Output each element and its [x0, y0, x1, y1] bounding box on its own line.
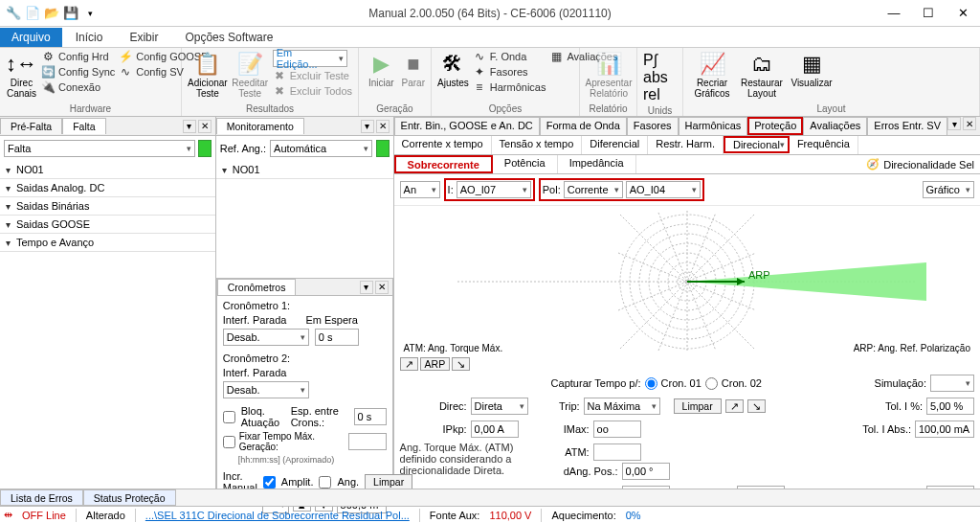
bloq-atuacao-checkbox[interactable] [223, 411, 235, 423]
st2-potencia[interactable]: Potência [493, 155, 558, 173]
maximize-button[interactable]: ☐ [911, 0, 946, 27]
tab-cronometros[interactable]: Cronômetros [217, 279, 297, 295]
restaurar-layout-button[interactable]: 🗂Restaurar Layout [739, 50, 785, 101]
tab-falta[interactable]: Falta [62, 118, 105, 134]
pol-mode-combo[interactable]: Corrente [564, 181, 623, 198]
cron1-time-input[interactable] [315, 329, 359, 346]
file-menu[interactable]: Arquivo [0, 28, 62, 47]
reeditar-teste-button[interactable]: 📝 Reeditar Teste [232, 50, 269, 101]
st-corrente-tempo[interactable]: Corrente x tempo [394, 136, 492, 154]
dangpos-input[interactable] [622, 463, 670, 480]
st-frequencia[interactable]: Frequência [790, 136, 858, 154]
iniciar-button[interactable]: ▶Iniciar [365, 50, 398, 91]
pane-close-icon[interactable]: ✕ [963, 117, 976, 130]
save-icon[interactable]: 💾 [63, 6, 78, 21]
fixar-tempo-checkbox[interactable] [223, 436, 235, 448]
row-saidas-binarias[interactable]: ▾Saidas Binárias [0, 197, 215, 216]
direc-canais-button[interactable]: ↕↔ Direc Canais [6, 50, 37, 101]
rtab-harmonicas[interactable]: Harmônicas [679, 117, 748, 135]
imax-input[interactable] [593, 421, 641, 438]
extra-btn-2[interactable]: ↘ [747, 399, 766, 413]
tol-i-input[interactable] [926, 398, 974, 415]
cron1-combo[interactable]: Desab. [223, 329, 309, 346]
tab-monitoramento[interactable]: Monitoramento [216, 118, 304, 134]
st2-impedancia[interactable]: Impedância [558, 155, 636, 173]
chart-tool-2[interactable]: ARP [420, 357, 451, 371]
excluir-teste[interactable]: ✖Excluir Teste [273, 69, 352, 82]
pane-dropdown-icon[interactable]: ▾ [360, 281, 373, 294]
ang-checkbox[interactable] [319, 476, 331, 489]
st2-sobrecorrente[interactable]: Sobrecorrente [394, 155, 493, 173]
fasores-item[interactable]: ✦Fasores [473, 65, 546, 79]
pane-close-icon[interactable]: ✕ [376, 120, 390, 133]
grafico-combo[interactable]: Gráfico [923, 181, 974, 198]
edicao-combo[interactable]: Em Edição... [273, 50, 347, 67]
pane-dropdown-icon[interactable]: ▾ [947, 117, 961, 130]
trip-combo[interactable]: Na Máxima [584, 398, 660, 415]
recriar-graficos-button[interactable]: 📈Recriar Gráficos [689, 50, 735, 101]
pol-value-combo[interactable]: AO_I04 [626, 181, 701, 198]
rtab-erros-sv[interactable]: Erros Entr. SV [867, 117, 947, 135]
chart-tool-1[interactable]: ↗ [400, 357, 418, 371]
amplit-checkbox[interactable] [263, 476, 276, 489]
conexao[interactable]: 🔌Conexão [41, 80, 115, 94]
pane-close-icon[interactable]: ✕ [198, 120, 212, 133]
ribbon-tab-exibir[interactable]: Exibir [116, 28, 171, 47]
ajustes-button[interactable]: 🛠Ajustes [437, 50, 469, 91]
falta-combo[interactable]: Falta [4, 140, 195, 157]
st-restr-harm[interactable]: Restr. Harm. [648, 136, 724, 154]
row-tempo-avanco[interactable]: ▾Tempo e Avanço [0, 234, 215, 252]
qat-dropdown-icon[interactable]: ▾ [82, 6, 98, 21]
file-path-link[interactable]: ...\SEL 311C Direcional de Sobrecorrente… [145, 510, 410, 521]
mon-row-no01[interactable]: ▾NO01 [216, 161, 393, 179]
atm-input[interactable] [593, 443, 641, 461]
pane-dropdown-icon[interactable]: ▾ [361, 120, 374, 133]
tab-status-protecao[interactable]: Status Proteção [83, 489, 176, 506]
cron01-radio[interactable] [645, 377, 657, 390]
ribbon-tab-opcoes[interactable]: Opções Software [171, 28, 286, 47]
f-onda[interactable]: ∿F. Onda [473, 50, 546, 63]
simul-combo[interactable] [930, 375, 974, 392]
config-hrd[interactable]: ⚙Config Hrd [41, 50, 115, 63]
rtab-forma-onda[interactable]: Forma de Onda [540, 117, 627, 135]
rtab-protecao[interactable]: Proteção [747, 117, 803, 135]
rtab-fasores[interactable]: Fasores [627, 117, 679, 135]
extra-btn-1[interactable]: ↗ [725, 399, 744, 413]
direc-combo[interactable]: Direta [471, 398, 528, 415]
row-no01[interactable]: ▾NO01 [0, 161, 215, 179]
excluir-todos[interactable]: ✖Excluir Todos [273, 84, 352, 98]
relatorio-button[interactable]: 📊Apresentar Relatório [586, 50, 632, 101]
rtab-avaliacoes[interactable]: Avaliações [803, 117, 867, 135]
st-tensao-tempo[interactable]: Tensão x tempo [492, 136, 583, 154]
st-direcional[interactable]: Direcional [724, 136, 790, 153]
adicionar-teste-button[interactable]: 📋 Adicionar Teste [188, 50, 228, 101]
chart-tool-3[interactable]: ↘ [452, 357, 470, 371]
tab-lista-erros[interactable]: Lista de Erros [0, 489, 83, 506]
espcron-input[interactable] [354, 408, 387, 425]
tol-iabs-input[interactable] [915, 421, 974, 438]
rtab-entr-bin[interactable]: Entr. Bin., GOOSE e An. DC [394, 117, 540, 135]
cron02-radio[interactable] [705, 377, 718, 390]
limpar-button[interactable]: Limpar [674, 398, 722, 414]
fixar-input[interactable] [348, 433, 387, 450]
cron2-combo[interactable]: Desab. [223, 381, 309, 398]
tab-pre-falta[interactable]: Pré-Falta [0, 118, 62, 134]
ribbon-tab-inicio[interactable]: Início [62, 28, 117, 47]
row-saidas-goose[interactable]: ▾Saidas GOOSE [0, 216, 215, 234]
pane-dropdown-icon[interactable]: ▾ [183, 120, 196, 133]
ipkp-input[interactable] [471, 421, 519, 438]
config-sync[interactable]: 🔄Config Sync [41, 65, 115, 79]
open-icon[interactable]: 📂 [44, 6, 59, 21]
close-button[interactable]: ✕ [946, 0, 980, 27]
parar-button[interactable]: ■Parar [402, 50, 425, 91]
row-saidas-analog-dc[interactable]: ▾Saidas Analog. DC [0, 179, 215, 197]
an-combo[interactable]: An [400, 181, 440, 198]
visualizar-button[interactable]: ▦Visualizar [789, 50, 835, 91]
unids-button[interactable]: P∫abs rel [643, 50, 677, 105]
st-diferencial[interactable]: Diferencial [582, 136, 648, 154]
pane-close-icon[interactable]: ✕ [375, 281, 389, 294]
refang-combo[interactable]: Automática [270, 140, 372, 157]
minimize-button[interactable]: — [877, 0, 911, 27]
i-combo[interactable]: AO_I07 [457, 181, 531, 198]
new-icon[interactable]: 📄 [25, 6, 40, 21]
